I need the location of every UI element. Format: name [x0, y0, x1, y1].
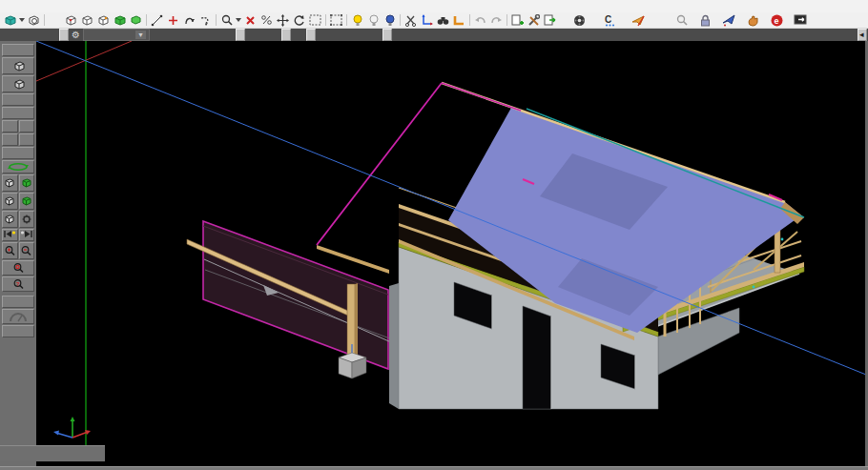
solid-view-cube-icon[interactable] — [2, 13, 18, 28]
rotate-tool-icon[interactable] — [291, 13, 307, 28]
zoom-out-icon — [20, 245, 32, 257]
solid-mode-2-button[interactable] — [19, 193, 35, 210]
arc-left-icon[interactable] — [181, 13, 197, 28]
zoom-out-button[interactable] — [19, 242, 35, 259]
perspective-cube-icon — [13, 60, 26, 72]
move-tool-icon[interactable] — [275, 13, 291, 28]
export-document-icon[interactable] — [542, 13, 558, 28]
main-toolbar: C e — [0, 12, 868, 29]
lock-icon[interactable] — [697, 13, 713, 28]
axis-z-button[interactable] — [2, 133, 18, 146]
concrete-footing[interactable] — [339, 353, 366, 378]
materiau-button[interactable] — [306, 29, 316, 41]
step-forward-icon — [20, 230, 33, 238]
redo-icon — [488, 13, 505, 28]
send-plan-icon[interactable] — [630, 13, 647, 28]
utilisateur-button[interactable] — [236, 29, 245, 41]
selected-wall-panel[interactable] — [203, 221, 395, 369]
bottom-status-strip — [0, 466, 868, 470]
wire-mode-button[interactable] — [2, 174, 18, 192]
bulb-yellow-icon[interactable] — [349, 13, 365, 28]
plan-2d-button[interactable] — [2, 44, 34, 56]
orbit-button[interactable] — [2, 160, 34, 174]
add-point-icon[interactable] — [165, 13, 181, 28]
bulb-white-icon[interactable] — [365, 13, 382, 28]
repere-button[interactable] — [2, 93, 34, 106]
wire-cube-3-icon — [4, 214, 15, 225]
shaded-view-icon[interactable] — [26, 13, 42, 28]
zoom-previous-button[interactable]: ? — [2, 276, 34, 292]
axo-button[interactable] — [2, 75, 34, 92]
wire-mode-2-button[interactable] — [2, 193, 18, 210]
mesurer-button[interactable] — [2, 325, 34, 337]
undo-icon — [472, 13, 488, 28]
wire-cube-1-icon[interactable] — [63, 13, 79, 28]
porch-post[interactable] — [347, 283, 358, 359]
options-bar: ⚙ ▼ ◂ — [0, 29, 868, 41]
export-dat-icon[interactable] — [721, 13, 737, 28]
spellcheck-icon[interactable]: C — [601, 13, 617, 28]
hva-button[interactable] — [281, 29, 291, 41]
afficher-attribut-button[interactable] — [59, 29, 69, 41]
zoom-tool-icon[interactable] — [218, 13, 235, 28]
wire-cube-2-icon[interactable] — [79, 13, 95, 28]
wire-mode-3-button[interactable] — [2, 211, 18, 228]
menu-bar — [0, 0, 868, 12]
view-sidebar: ? — [0, 41, 36, 466]
snap-settings-icon[interactable] — [258, 13, 275, 28]
zoom-dropdown-icon[interactable] — [235, 13, 242, 28]
reglages-3d-combo[interactable]: ▼ — [83, 29, 150, 41]
green-cube-icon — [21, 177, 32, 189]
delete-icon[interactable] — [242, 13, 258, 28]
hand-grab-icon[interactable] — [745, 13, 761, 28]
step-back-button[interactable] — [2, 229, 18, 241]
axis-minus-y-button[interactable] — [19, 120, 35, 133]
axis-x-button[interactable] — [2, 120, 18, 133]
view-settings-button[interactable] — [19, 211, 35, 228]
axis-a-button[interactable] — [19, 133, 35, 146]
solid-green-cube-icon[interactable] — [112, 13, 128, 28]
svg-text:e: e — [775, 15, 779, 25]
affichage-button[interactable] — [2, 296, 34, 308]
attribute-gear-icon[interactable]: ⚙ — [69, 30, 83, 40]
viewport-3d[interactable] — [36, 41, 868, 466]
scissors-icon[interactable] — [403, 13, 419, 28]
select-rect-icon[interactable] — [307, 13, 323, 28]
zoom-extents-icon — [12, 262, 25, 275]
binoculars-icon[interactable] — [435, 13, 451, 28]
green-cube-2-icon — [21, 195, 32, 207]
view-dropdown-icon[interactable] — [18, 13, 26, 28]
options-scroll-button[interactable]: ◂ — [858, 29, 867, 41]
view-2d-icon[interactable] — [47, 13, 63, 28]
wire-cube-3-icon[interactable] — [95, 13, 112, 28]
zoom-extents-button[interactable] — [2, 260, 34, 276]
viewport-bottom-scroll-cell[interactable] — [0, 445, 105, 461]
select-poly-icon[interactable] — [328, 13, 344, 28]
arc-right-icon[interactable] — [197, 13, 214, 28]
storey-button[interactable] — [382, 29, 392, 41]
gauge-button — [2, 309, 34, 324]
combo-arrow-icon[interactable]: ▼ — [135, 31, 146, 39]
measure-line-icon[interactable] — [149, 13, 165, 28]
spellcheck-letter: C — [605, 14, 611, 25]
step-back-icon — [3, 230, 16, 238]
xyz-button[interactable] — [2, 107, 34, 119]
solid-green-cube-2-icon[interactable] — [128, 13, 144, 28]
wire-cube-2-icon — [4, 195, 15, 207]
machine-wheel-icon[interactable] — [571, 13, 588, 28]
search-icon[interactable] — [673, 13, 690, 28]
screen-export-icon[interactable] — [793, 13, 809, 28]
step-forward-button[interactable] — [19, 229, 35, 241]
internet-icon[interactable]: e — [769, 13, 785, 28]
axis-origin-icon[interactable] — [419, 13, 435, 28]
tools-icon[interactable] — [526, 13, 542, 28]
bulb-blue-icon[interactable] — [382, 13, 398, 28]
construction-axes — [36, 41, 132, 451]
new-document-icon[interactable] — [509, 13, 526, 28]
perspective-button[interactable] — [2, 57, 34, 74]
angle-tool-icon[interactable] — [451, 13, 467, 28]
solid-mode-button[interactable] — [19, 174, 35, 192]
zoom-in-button[interactable] — [2, 242, 18, 259]
view-5-button[interactable] — [2, 147, 34, 159]
wire-cube-icon — [4, 177, 15, 189]
